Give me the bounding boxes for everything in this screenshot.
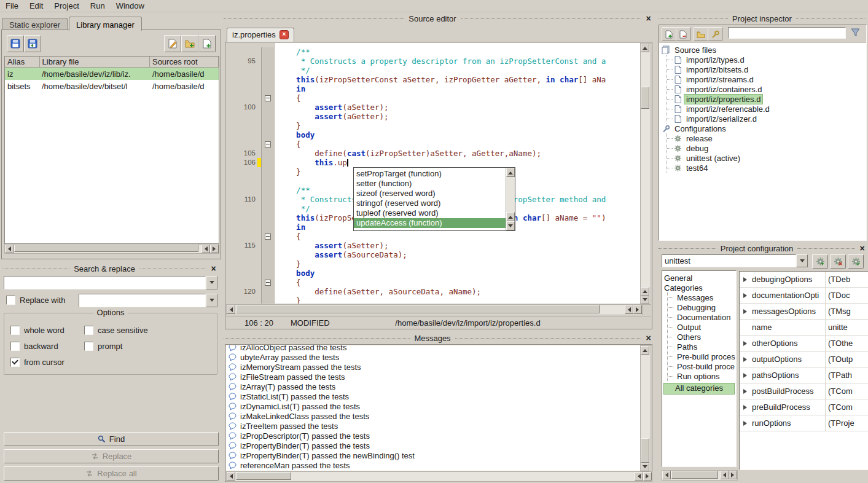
configuration-combo-value[interactable]: unittest <box>662 254 796 267</box>
tree-item-import-iz-streams-d[interactable]: import/iz/streams.d <box>667 74 865 84</box>
fold-column[interactable] <box>261 278 274 287</box>
search-term-combo[interactable] <box>4 276 217 289</box>
expand-arrow-icon[interactable] <box>740 357 751 362</box>
editor-hscrollbar[interactable] <box>226 304 643 315</box>
code-line[interactable]: } <box>278 296 641 304</box>
gutter-line[interactable] <box>226 47 275 57</box>
replace-all-button[interactable]: Replace all <box>4 466 219 481</box>
completion-item[interactable]: updateAccess (function) <box>354 218 506 228</box>
replace-with-field[interactable] <box>79 294 206 307</box>
fold-column[interactable] <box>261 195 274 204</box>
fold-column[interactable] <box>261 57 274 66</box>
property-row-name[interactable]: nameunitte <box>740 320 868 336</box>
expand-arrow-icon[interactable] <box>740 389 751 394</box>
tree-item-release[interactable]: release <box>667 133 865 143</box>
gutter-line[interactable]: 110 <box>226 195 275 204</box>
code-line[interactable]: * Constructs a property descriptor from … <box>278 57 641 66</box>
fold-column[interactable] <box>261 259 274 269</box>
code-line[interactable]: } <box>278 259 641 269</box>
message-item[interactable]: izMakeLinkedClass passed the tests <box>226 411 641 421</box>
filter-funnel-icon[interactable] <box>851 28 860 37</box>
tree-item-import-iz-containers-d[interactable]: import/iz/containers.d <box>667 84 865 94</box>
replace-with-combo[interactable] <box>79 294 217 307</box>
tree-item-import-iz-bitsets-d[interactable]: import/iz/bitsets.d <box>667 65 865 74</box>
fold-column[interactable] <box>261 121 274 130</box>
gutter-line[interactable] <box>226 75 275 84</box>
gutter-line[interactable] <box>226 269 275 278</box>
code-line[interactable]: { <box>278 278 641 287</box>
tree-item-import-iz-properties-d[interactable]: import/iz/properties.d <box>667 94 865 104</box>
find-button[interactable]: Find <box>4 432 219 446</box>
property-row-debugingoptions[interactable]: debugingOptions(TDeb <box>740 272 868 288</box>
tree-item-import-iz-referencable-d[interactable]: import/iz/referencable.d <box>667 104 865 114</box>
fold-column[interactable] <box>261 158 274 167</box>
message-item[interactable]: izArray(T) passed the tests <box>226 382 641 391</box>
property-row-outputoptions[interactable]: outputOptions(TOutp <box>740 351 868 367</box>
add-library-button[interactable] <box>198 35 216 52</box>
close-messages-icon[interactable]: × <box>644 334 652 342</box>
fold-column[interactable] <box>261 75 274 84</box>
category-item-messages[interactable]: Messages <box>668 293 736 302</box>
category-item-post-build-proce[interactable]: Post-build proce <box>668 361 736 371</box>
fold-column[interactable] <box>261 204 274 213</box>
gutter-line[interactable] <box>226 66 275 75</box>
fold-column[interactable] <box>261 139 274 149</box>
all-categories-button[interactable]: All categories <box>663 383 735 395</box>
column-header-alias[interactable]: Alias <box>5 57 40 68</box>
tab-library-manager[interactable]: Library manager <box>69 17 142 31</box>
messages-vscrollbar[interactable] <box>640 345 651 472</box>
expand-arrow-icon[interactable] <box>740 309 751 314</box>
add-source-button[interactable] <box>662 27 676 41</box>
editor-gutter[interactable]: 95100105106110115120 <box>226 43 275 304</box>
fold-column[interactable] <box>261 269 274 278</box>
category-item-run-options[interactable]: Run options <box>668 371 736 381</box>
code-line[interactable]: assert(aSourceData); <box>278 250 641 259</box>
completion-item[interactable]: sizeof (reserved word) <box>354 189 506 198</box>
category-root-categories[interactable]: Categories <box>662 283 736 293</box>
property-row-postbuildprocess[interactable]: postBuildProcess(TCom <box>740 383 868 399</box>
fold-column[interactable] <box>261 167 274 176</box>
library-row[interactable]: iz/home/basile/dev/iz/lib/iz./home/basil… <box>5 68 219 80</box>
checkbox-box-backward[interactable] <box>10 342 20 351</box>
clone-configuration-button[interactable] <box>848 254 864 269</box>
fold-column[interactable] <box>261 186 274 195</box>
add-configuration-button[interactable] <box>812 254 828 269</box>
category-item-others[interactable]: Others <box>668 332 736 342</box>
message-item[interactable]: izPropertyBinder(T) passed the tests <box>226 441 641 450</box>
edit-library-button[interactable] <box>164 35 181 52</box>
fold-column[interactable] <box>261 213 274 222</box>
code-line[interactable]: in <box>278 84 641 93</box>
code-line[interactable]: define(cast(izPropSetter)aSetter, aGette… <box>278 149 641 158</box>
code-line[interactable]: body <box>278 269 641 278</box>
fold-column[interactable] <box>261 250 274 259</box>
replace-button[interactable]: Replace <box>4 449 219 463</box>
message-item[interactable]: izFileStream passed the tests <box>226 372 641 382</box>
message-item[interactable]: referenceMan passed the tests <box>226 460 641 470</box>
gutter-line[interactable] <box>226 222 275 232</box>
completion-item[interactable]: tupleof (reserved word) <box>354 208 506 218</box>
checkbox-box-case-sensitive[interactable] <box>84 326 93 335</box>
gutter-line[interactable] <box>226 278 275 287</box>
search-term-field[interactable] <box>4 276 206 289</box>
fold-column[interactable] <box>261 112 274 121</box>
gutter-line[interactable]: 105 <box>226 149 275 158</box>
gutter-line[interactable] <box>226 130 275 139</box>
fold-column[interactable] <box>261 176 274 186</box>
code-line[interactable]: assert(aSetter); <box>278 103 641 112</box>
property-row-prebuildprocess[interactable]: preBuildProcess(TCom <box>740 399 868 415</box>
gutter-line[interactable] <box>226 186 275 195</box>
gutter-line[interactable] <box>226 204 275 213</box>
category-item-documentation[interactable]: Documentation <box>668 312 736 322</box>
library-table-hscrollbar[interactable] <box>4 244 219 254</box>
fold-column[interactable] <box>261 232 274 241</box>
category-item-pre-build-proces[interactable]: Pre-build proces <box>668 351 736 361</box>
message-item[interactable]: izPropDescriptor(T) passed the tests <box>226 431 641 441</box>
configuration-combo[interactable]: unittest <box>662 254 808 267</box>
gutter-line[interactable]: 95 <box>226 57 275 66</box>
category-item-paths[interactable]: Paths <box>668 342 736 351</box>
fold-column[interactable] <box>261 93 274 103</box>
fold-column[interactable] <box>261 296 274 304</box>
menu-edit[interactable]: Edit <box>24 1 49 11</box>
gutter-line[interactable] <box>226 259 275 269</box>
close-search-panel-icon[interactable]: × <box>209 265 217 273</box>
